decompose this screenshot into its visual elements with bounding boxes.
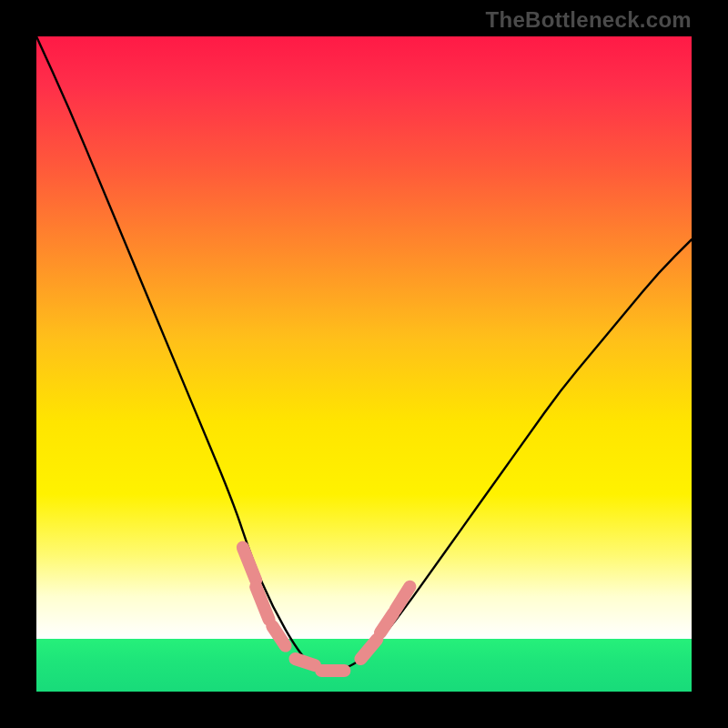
pink-dash-markers bbox=[243, 548, 410, 671]
pink-dash bbox=[243, 548, 256, 581]
pink-dash bbox=[295, 659, 315, 665]
pink-dash bbox=[360, 639, 377, 659]
bottleneck-curve bbox=[36, 36, 692, 672]
pink-dash bbox=[396, 587, 410, 610]
bottleneck-curve-layer bbox=[36, 36, 692, 692]
chart-frame: TheBottleneck.com bbox=[0, 0, 728, 728]
pink-dash bbox=[272, 626, 285, 646]
plot-area bbox=[36, 36, 692, 692]
pink-dash bbox=[380, 613, 393, 633]
watermark-text: TheBottleneck.com bbox=[486, 7, 692, 33]
